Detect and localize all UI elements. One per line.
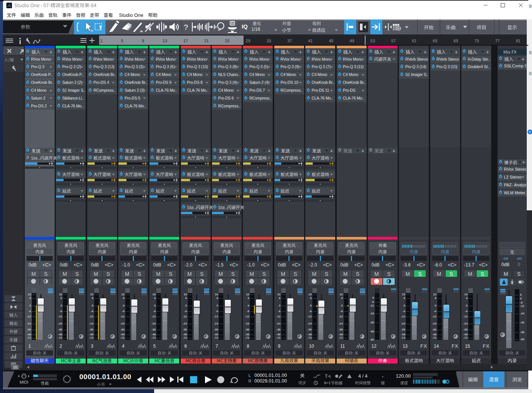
svg-text:?: ?: [184, 23, 188, 31]
